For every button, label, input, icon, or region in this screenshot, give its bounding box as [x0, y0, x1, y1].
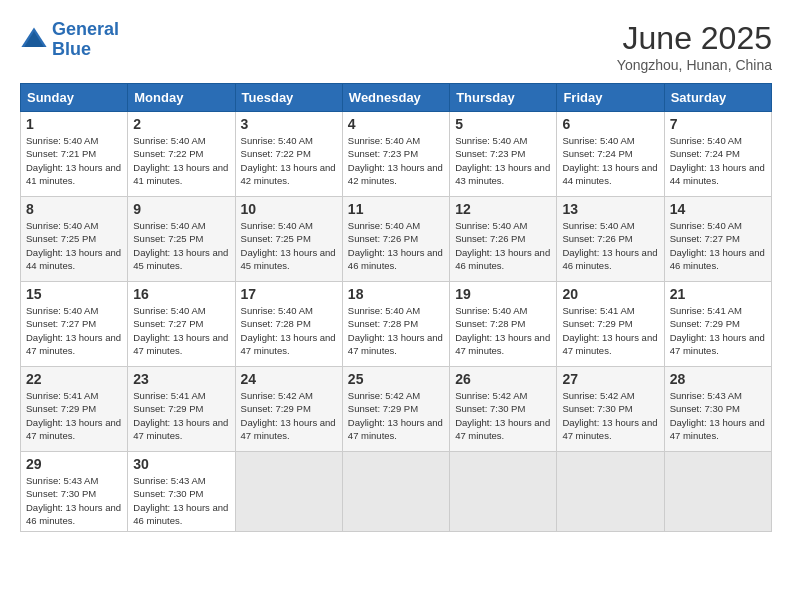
weekday-header: Monday — [128, 84, 235, 112]
day-number: 8 — [26, 201, 122, 217]
day-number: 18 — [348, 286, 444, 302]
calendar-cell — [342, 452, 449, 532]
calendar-cell: 5 Sunrise: 5:40 AMSunset: 7:23 PMDayligh… — [450, 112, 557, 197]
cell-details: Sunrise: 5:41 AMSunset: 7:29 PMDaylight:… — [133, 390, 228, 441]
page-header: General Blue June 2025 Yongzhou, Hunan, … — [20, 20, 772, 73]
day-number: 30 — [133, 456, 229, 472]
calendar-cell: 6 Sunrise: 5:40 AMSunset: 7:24 PMDayligh… — [557, 112, 664, 197]
day-number: 4 — [348, 116, 444, 132]
day-number: 23 — [133, 371, 229, 387]
day-number: 20 — [562, 286, 658, 302]
day-number: 26 — [455, 371, 551, 387]
title-area: June 2025 Yongzhou, Hunan, China — [617, 20, 772, 73]
cell-details: Sunrise: 5:43 AMSunset: 7:30 PMDaylight:… — [133, 475, 228, 526]
cell-details: Sunrise: 5:40 AMSunset: 7:22 PMDaylight:… — [241, 135, 336, 186]
cell-details: Sunrise: 5:40 AMSunset: 7:28 PMDaylight:… — [348, 305, 443, 356]
day-number: 5 — [455, 116, 551, 132]
calendar-cell: 9 Sunrise: 5:40 AMSunset: 7:25 PMDayligh… — [128, 197, 235, 282]
day-number: 21 — [670, 286, 766, 302]
cell-details: Sunrise: 5:40 AMSunset: 7:25 PMDaylight:… — [26, 220, 121, 271]
day-number: 13 — [562, 201, 658, 217]
day-number: 11 — [348, 201, 444, 217]
day-number: 17 — [241, 286, 337, 302]
calendar-cell: 28 Sunrise: 5:43 AMSunset: 7:30 PMDaylig… — [664, 367, 771, 452]
day-number: 29 — [26, 456, 122, 472]
calendar-cell: 18 Sunrise: 5:40 AMSunset: 7:28 PMDaylig… — [342, 282, 449, 367]
calendar-cell: 26 Sunrise: 5:42 AMSunset: 7:30 PMDaylig… — [450, 367, 557, 452]
calendar-cell: 2 Sunrise: 5:40 AMSunset: 7:22 PMDayligh… — [128, 112, 235, 197]
calendar-cell: 8 Sunrise: 5:40 AMSunset: 7:25 PMDayligh… — [21, 197, 128, 282]
day-number: 3 — [241, 116, 337, 132]
calendar-cell: 24 Sunrise: 5:42 AMSunset: 7:29 PMDaylig… — [235, 367, 342, 452]
cell-details: Sunrise: 5:40 AMSunset: 7:26 PMDaylight:… — [562, 220, 657, 271]
calendar-cell: 27 Sunrise: 5:42 AMSunset: 7:30 PMDaylig… — [557, 367, 664, 452]
calendar-cell: 1 Sunrise: 5:40 AMSunset: 7:21 PMDayligh… — [21, 112, 128, 197]
cell-details: Sunrise: 5:40 AMSunset: 7:22 PMDaylight:… — [133, 135, 228, 186]
calendar-cell — [450, 452, 557, 532]
day-number: 1 — [26, 116, 122, 132]
calendar-cell — [557, 452, 664, 532]
calendar-table: SundayMondayTuesdayWednesdayThursdayFrid… — [20, 83, 772, 532]
weekday-header: Saturday — [664, 84, 771, 112]
day-number: 25 — [348, 371, 444, 387]
cell-details: Sunrise: 5:43 AMSunset: 7:30 PMDaylight:… — [670, 390, 765, 441]
calendar-cell: 12 Sunrise: 5:40 AMSunset: 7:26 PMDaylig… — [450, 197, 557, 282]
day-number: 9 — [133, 201, 229, 217]
calendar-cell: 23 Sunrise: 5:41 AMSunset: 7:29 PMDaylig… — [128, 367, 235, 452]
cell-details: Sunrise: 5:40 AMSunset: 7:25 PMDaylight:… — [133, 220, 228, 271]
day-number: 28 — [670, 371, 766, 387]
calendar-cell: 3 Sunrise: 5:40 AMSunset: 7:22 PMDayligh… — [235, 112, 342, 197]
day-number: 19 — [455, 286, 551, 302]
cell-details: Sunrise: 5:40 AMSunset: 7:26 PMDaylight:… — [455, 220, 550, 271]
weekday-header: Thursday — [450, 84, 557, 112]
calendar-week-row: 15 Sunrise: 5:40 AMSunset: 7:27 PMDaylig… — [21, 282, 772, 367]
cell-details: Sunrise: 5:40 AMSunset: 7:27 PMDaylight:… — [133, 305, 228, 356]
calendar-cell: 15 Sunrise: 5:40 AMSunset: 7:27 PMDaylig… — [21, 282, 128, 367]
day-number: 10 — [241, 201, 337, 217]
cell-details: Sunrise: 5:40 AMSunset: 7:21 PMDaylight:… — [26, 135, 121, 186]
cell-details: Sunrise: 5:41 AMSunset: 7:29 PMDaylight:… — [562, 305, 657, 356]
cell-details: Sunrise: 5:40 AMSunset: 7:23 PMDaylight:… — [348, 135, 443, 186]
weekday-header: Friday — [557, 84, 664, 112]
day-number: 14 — [670, 201, 766, 217]
cell-details: Sunrise: 5:42 AMSunset: 7:29 PMDaylight:… — [241, 390, 336, 441]
cell-details: Sunrise: 5:40 AMSunset: 7:27 PMDaylight:… — [26, 305, 121, 356]
calendar-cell: 16 Sunrise: 5:40 AMSunset: 7:27 PMDaylig… — [128, 282, 235, 367]
day-number: 6 — [562, 116, 658, 132]
weekday-header: Tuesday — [235, 84, 342, 112]
calendar-cell: 14 Sunrise: 5:40 AMSunset: 7:27 PMDaylig… — [664, 197, 771, 282]
calendar-cell: 10 Sunrise: 5:40 AMSunset: 7:25 PMDaylig… — [235, 197, 342, 282]
day-number: 24 — [241, 371, 337, 387]
cell-details: Sunrise: 5:40 AMSunset: 7:28 PMDaylight:… — [241, 305, 336, 356]
calendar-cell: 19 Sunrise: 5:40 AMSunset: 7:28 PMDaylig… — [450, 282, 557, 367]
cell-details: Sunrise: 5:40 AMSunset: 7:25 PMDaylight:… — [241, 220, 336, 271]
calendar-cell: 29 Sunrise: 5:43 AMSunset: 7:30 PMDaylig… — [21, 452, 128, 532]
day-number: 12 — [455, 201, 551, 217]
logo: General Blue — [20, 20, 119, 60]
weekday-header: Wednesday — [342, 84, 449, 112]
weekday-header: Sunday — [21, 84, 128, 112]
calendar-cell: 22 Sunrise: 5:41 AMSunset: 7:29 PMDaylig… — [21, 367, 128, 452]
cell-details: Sunrise: 5:40 AMSunset: 7:24 PMDaylight:… — [562, 135, 657, 186]
cell-details: Sunrise: 5:40 AMSunset: 7:28 PMDaylight:… — [455, 305, 550, 356]
calendar-week-row: 1 Sunrise: 5:40 AMSunset: 7:21 PMDayligh… — [21, 112, 772, 197]
calendar-cell: 25 Sunrise: 5:42 AMSunset: 7:29 PMDaylig… — [342, 367, 449, 452]
day-number: 2 — [133, 116, 229, 132]
cell-details: Sunrise: 5:42 AMSunset: 7:29 PMDaylight:… — [348, 390, 443, 441]
cell-details: Sunrise: 5:40 AMSunset: 7:27 PMDaylight:… — [670, 220, 765, 271]
cell-details: Sunrise: 5:42 AMSunset: 7:30 PMDaylight:… — [562, 390, 657, 441]
month-title: June 2025 — [617, 20, 772, 57]
cell-details: Sunrise: 5:40 AMSunset: 7:26 PMDaylight:… — [348, 220, 443, 271]
day-number: 15 — [26, 286, 122, 302]
calendar-cell — [235, 452, 342, 532]
calendar-week-row: 29 Sunrise: 5:43 AMSunset: 7:30 PMDaylig… — [21, 452, 772, 532]
day-number: 7 — [670, 116, 766, 132]
cell-details: Sunrise: 5:41 AMSunset: 7:29 PMDaylight:… — [26, 390, 121, 441]
location-subtitle: Yongzhou, Hunan, China — [617, 57, 772, 73]
logo-text: General Blue — [52, 20, 119, 60]
day-number: 16 — [133, 286, 229, 302]
calendar-cell: 17 Sunrise: 5:40 AMSunset: 7:28 PMDaylig… — [235, 282, 342, 367]
calendar-cell: 11 Sunrise: 5:40 AMSunset: 7:26 PMDaylig… — [342, 197, 449, 282]
cell-details: Sunrise: 5:43 AMSunset: 7:30 PMDaylight:… — [26, 475, 121, 526]
calendar-week-row: 8 Sunrise: 5:40 AMSunset: 7:25 PMDayligh… — [21, 197, 772, 282]
